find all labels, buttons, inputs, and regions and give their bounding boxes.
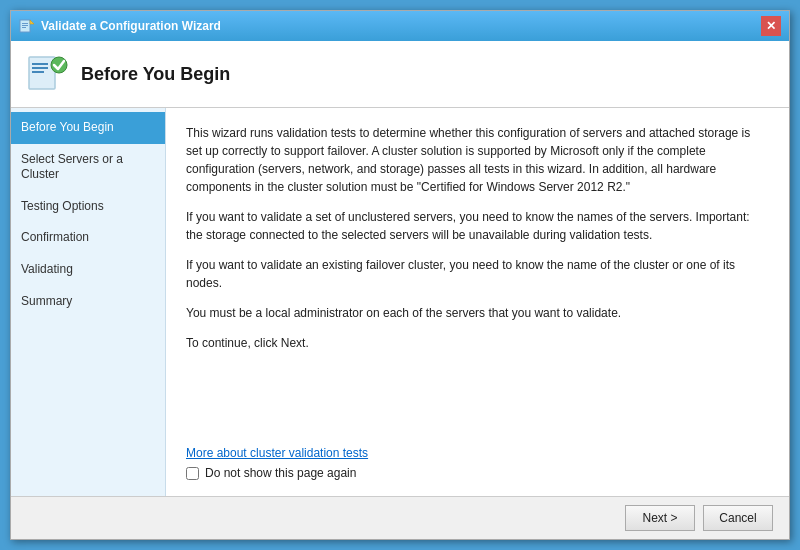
svg-marker-4 xyxy=(30,20,34,24)
cancel-button[interactable]: Cancel xyxy=(703,505,773,531)
wizard-header-icon xyxy=(27,53,69,95)
do-not-show-row: Do not show this page again xyxy=(186,466,769,480)
link-row: More about cluster validation tests xyxy=(186,446,769,460)
paragraph-4: You must be a local administrator on eac… xyxy=(186,304,769,322)
svg-rect-7 xyxy=(32,67,48,69)
svg-rect-3 xyxy=(22,27,26,28)
sidebar-item-before-you-begin[interactable]: Before You Begin xyxy=(11,112,165,144)
svg-rect-2 xyxy=(22,25,28,26)
paragraph-1: This wizard runs validation tests to det… xyxy=(186,124,769,196)
svg-rect-1 xyxy=(22,23,28,24)
wizard-title-icon xyxy=(19,18,35,34)
do-not-show-checkbox[interactable] xyxy=(186,467,199,480)
do-not-show-label: Do not show this page again xyxy=(205,466,356,480)
svg-rect-6 xyxy=(32,63,48,65)
paragraph-3: If you want to validate an existing fail… xyxy=(186,256,769,292)
wizard-window: Validate a Configuration Wizard ✕ Before… xyxy=(10,10,790,540)
paragraph-2: If you want to validate a set of unclust… xyxy=(186,208,769,244)
close-button[interactable]: ✕ xyxy=(761,16,781,36)
cluster-validation-link[interactable]: More about cluster validation tests xyxy=(186,446,368,460)
paragraph-5: To continue, click Next. xyxy=(186,334,769,352)
sidebar-item-confirmation[interactable]: Confirmation xyxy=(11,222,165,254)
wizard-header: Before You Begin xyxy=(11,41,789,108)
main-content-area: This wizard runs validation tests to det… xyxy=(166,108,789,496)
sidebar-item-validating[interactable]: Validating xyxy=(11,254,165,286)
sidebar-item-testing-options[interactable]: Testing Options xyxy=(11,191,165,223)
next-button[interactable]: Next > xyxy=(625,505,695,531)
wizard-header-title: Before You Begin xyxy=(81,64,230,85)
sidebar: Before You Begin Select Servers or a Clu… xyxy=(11,108,166,496)
title-bar-left: Validate a Configuration Wizard xyxy=(19,18,221,34)
title-bar-text: Validate a Configuration Wizard xyxy=(41,19,221,33)
title-bar: Validate a Configuration Wizard ✕ xyxy=(11,11,789,41)
sidebar-item-select-servers[interactable]: Select Servers or a Cluster xyxy=(11,144,165,191)
svg-rect-8 xyxy=(32,71,44,73)
content-area: Before You Begin Select Servers or a Clu… xyxy=(11,108,789,496)
wizard-footer: Next > Cancel xyxy=(11,496,789,539)
sidebar-item-summary[interactable]: Summary xyxy=(11,286,165,318)
